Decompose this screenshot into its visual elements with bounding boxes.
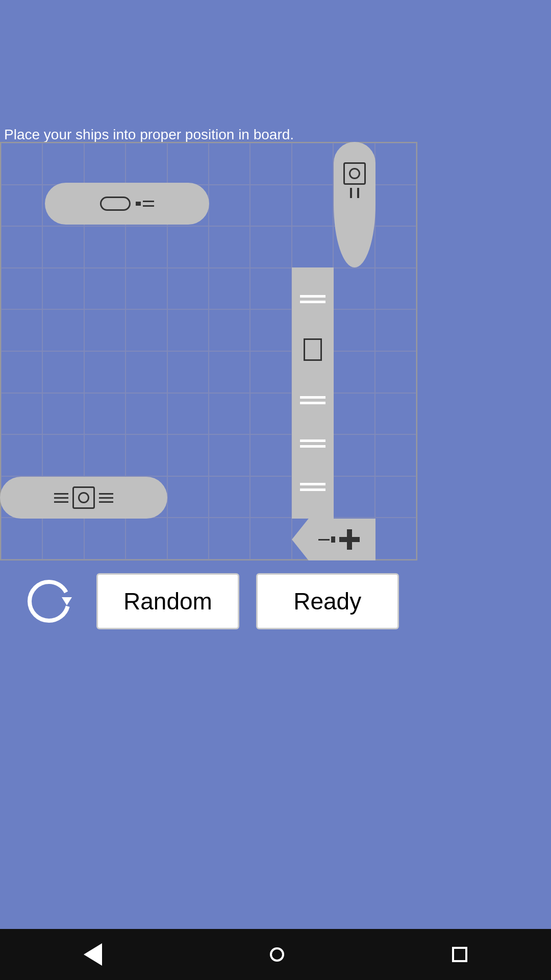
ship-right-lines-icon — [99, 493, 113, 503]
cell-9-0[interactable] — [1, 518, 42, 559]
cell-9-2[interactable] — [84, 518, 126, 559]
cell-3-9[interactable] — [375, 268, 416, 310]
cell-8-6[interactable] — [250, 476, 291, 518]
cell-6-3[interactable] — [126, 393, 167, 435]
ship-torpedo-vertical[interactable] — [334, 142, 375, 267]
cell-6-4[interactable] — [167, 393, 209, 435]
cell-8-4[interactable] — [167, 476, 209, 518]
ship-left-lines-icon — [54, 493, 68, 503]
cell-0-0[interactable] — [1, 143, 42, 185]
cell-6-1[interactable] — [42, 393, 84, 435]
cell-5-0[interactable] — [1, 351, 42, 393]
cell-3-3[interactable] — [126, 268, 167, 310]
cell-5-1[interactable] — [42, 351, 84, 393]
cell-0-7[interactable] — [292, 143, 333, 185]
cell-2-6[interactable] — [250, 226, 291, 268]
cell-0-1[interactable] — [42, 143, 84, 185]
cell-1-0[interactable] — [1, 185, 42, 227]
ship-large-horizontal[interactable] — [0, 477, 167, 519]
cell-9-6[interactable] — [250, 518, 291, 559]
cell-4-9[interactable] — [375, 309, 416, 351]
cell-7-0[interactable] — [1, 434, 42, 476]
cell-3-4[interactable] — [167, 268, 209, 310]
cell-1-7[interactable] — [292, 185, 333, 227]
cell-9-1[interactable] — [42, 518, 84, 559]
cell-2-0[interactable] — [1, 226, 42, 268]
stripes-mid2 — [300, 439, 325, 448]
cell-4-4[interactable] — [167, 309, 209, 351]
cell-8-9[interactable] — [375, 476, 416, 518]
cell-9-9[interactable] — [375, 518, 416, 559]
cell-4-5[interactable] — [209, 309, 250, 351]
cell-3-5[interactable] — [209, 268, 250, 310]
ship-small-horizontal[interactable] — [45, 183, 209, 225]
cell-6-9[interactable] — [375, 393, 416, 435]
cell-5-9[interactable] — [375, 351, 416, 393]
cell-4-0[interactable] — [1, 309, 42, 351]
cell-2-3[interactable] — [126, 226, 167, 268]
ship-arrow-horizontal[interactable] — [292, 519, 375, 560]
ship-center-inner-icon — [78, 492, 89, 503]
cell-9-5[interactable] — [209, 518, 250, 559]
cell-7-1[interactable] — [42, 434, 84, 476]
cell-0-9[interactable] — [375, 143, 416, 185]
cell-1-6[interactable] — [250, 185, 291, 227]
cell-7-5[interactable] — [209, 434, 250, 476]
cell-2-5[interactable] — [209, 226, 250, 268]
cell-7-8[interactable] — [333, 434, 374, 476]
cell-9-3[interactable] — [126, 518, 167, 559]
cell-6-8[interactable] — [333, 393, 374, 435]
cell-6-5[interactable] — [209, 393, 250, 435]
cell-3-1[interactable] — [42, 268, 84, 310]
cell-3-8[interactable] — [333, 268, 374, 310]
random-button[interactable]: Random — [96, 573, 239, 629]
cell-6-2[interactable] — [84, 393, 126, 435]
cell-4-2[interactable] — [84, 309, 126, 351]
cell-9-4[interactable] — [167, 518, 209, 559]
cell-0-4[interactable] — [167, 143, 209, 185]
ready-button[interactable]: Ready — [256, 573, 399, 629]
cell-4-6[interactable] — [250, 309, 291, 351]
cell-7-9[interactable] — [375, 434, 416, 476]
svg-point-0 — [30, 582, 68, 621]
cell-0-6[interactable] — [250, 143, 291, 185]
cell-3-0[interactable] — [1, 268, 42, 310]
cell-8-5[interactable] — [209, 476, 250, 518]
cell-4-3[interactable] — [126, 309, 167, 351]
cell-0-2[interactable] — [84, 143, 126, 185]
cell-8-8[interactable] — [333, 476, 374, 518]
cell-2-1[interactable] — [42, 226, 84, 268]
cell-7-6[interactable] — [250, 434, 291, 476]
cell-4-8[interactable] — [333, 309, 374, 351]
cell-4-1[interactable] — [42, 309, 84, 351]
cell-2-7[interactable] — [292, 226, 333, 268]
cell-3-2[interactable] — [84, 268, 126, 310]
cell-2-4[interactable] — [167, 226, 209, 268]
reset-button[interactable] — [18, 571, 80, 632]
cell-5-8[interactable] — [333, 351, 374, 393]
nav-recents-button[interactable] — [452, 947, 467, 962]
cell-5-4[interactable] — [167, 351, 209, 393]
torpedo-sensor-icon — [343, 162, 366, 185]
cell-7-2[interactable] — [84, 434, 126, 476]
instruction-text: Place your ships into proper position in… — [4, 127, 294, 143]
cell-5-3[interactable] — [126, 351, 167, 393]
cell-5-2[interactable] — [84, 351, 126, 393]
cell-7-3[interactable] — [126, 434, 167, 476]
cell-6-0[interactable] — [1, 393, 42, 435]
cell-5-5[interactable] — [209, 351, 250, 393]
cell-0-3[interactable] — [126, 143, 167, 185]
cell-1-9[interactable] — [375, 185, 416, 227]
cell-1-5[interactable] — [209, 185, 250, 227]
nav-home-button[interactable] — [270, 947, 284, 962]
nav-back-button[interactable] — [84, 943, 102, 966]
cell-2-9[interactable] — [375, 226, 416, 268]
cell-2-2[interactable] — [84, 226, 126, 268]
cell-6-6[interactable] — [250, 393, 291, 435]
cell-7-4[interactable] — [167, 434, 209, 476]
ship-long-vertical[interactable] — [292, 267, 334, 519]
ship-oval-icon — [100, 197, 131, 211]
cell-0-5[interactable] — [209, 143, 250, 185]
cell-5-6[interactable] — [250, 351, 291, 393]
cell-3-6[interactable] — [250, 268, 291, 310]
